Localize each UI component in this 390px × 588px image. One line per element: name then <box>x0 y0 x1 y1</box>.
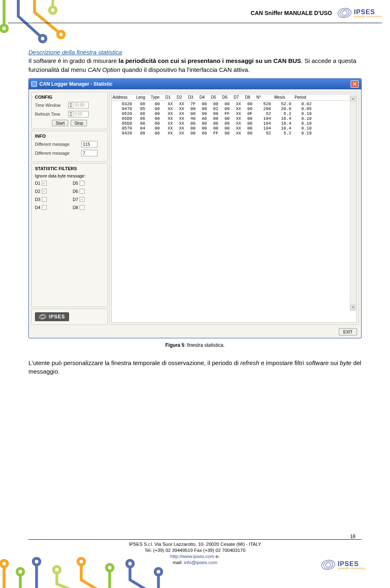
filter-checkbox[interactable]: ✓ <box>42 181 47 186</box>
filter-d8: D8 <box>73 205 104 210</box>
diff-msg-value-2 <box>81 150 98 156</box>
filter-checkbox[interactable] <box>42 197 47 202</box>
main-area: AddressLengTypeD1D2D3D4D5D6D7D8N°Mes/sPe… <box>109 92 359 325</box>
config-title: CONFIG <box>35 95 104 99</box>
footer-line2: Tel. (+39) 02 39449519 Fax (+39) 02 7004… <box>0 547 390 553</box>
titlebar: CAN Logger Manager - Statistic ✕ <box>29 79 361 89</box>
table-row[interactable]: 05700400XXXX00000000XX0010410.40.10 <box>112 126 356 131</box>
section-heading: Descrizione della finestra statistica <box>28 49 362 56</box>
ipses-badge: IPSES <box>35 312 69 321</box>
table-body: 03200800XXXX7F000000XX0052052.00.0204700… <box>112 101 356 136</box>
page-header: CAN Sniffer MANUALE D'USO IPSES scientif… <box>0 8 390 18</box>
logo-text: IPSES <box>338 560 359 567</box>
filter-d6: D6 <box>73 189 104 194</box>
sidebar-logo-panel: IPSES <box>31 309 108 325</box>
col-d2: D2 <box>176 94 187 100</box>
col-d3: D3 <box>187 94 199 100</box>
stop-button[interactable]: Stop <box>71 120 87 126</box>
footer-logo: IPSES scientific electronics <box>321 560 366 570</box>
close-button[interactable]: ✕ <box>351 80 359 88</box>
col-leng: Leng <box>135 94 150 100</box>
filters-panel: STATISTIC FILTERS Ignore data byte messa… <box>31 163 108 307</box>
filters-title: STATISTIC FILTERS <box>35 166 104 171</box>
col-d1: D1 <box>165 94 176 100</box>
table-row[interactable]: 03200800XXXX7F000000XX0052052.00.02 <box>112 102 356 106</box>
time-window-input[interactable] <box>74 102 88 108</box>
filter-checkbox[interactable] <box>80 189 84 194</box>
time-window-spinner[interactable]: ▲▼ <box>68 102 89 108</box>
col-address: Address <box>112 94 135 100</box>
scroll-up-icon[interactable]: ▴ <box>350 96 355 102</box>
refresh-label: Refresh Time <box>35 112 67 117</box>
page-number: 18 <box>350 534 355 539</box>
table-header: AddressLengTypeD1D2D3D4D5D6D7D8N°Mes/sPe… <box>112 94 356 101</box>
figure-caption: Figura 5: finestra statistica. <box>28 342 362 348</box>
svg-point-1 <box>39 35 46 42</box>
spinner-down-icon[interactable]: ▼ <box>69 114 73 117</box>
paragraph-1: Il software è in grado di misurare la pe… <box>28 56 362 74</box>
table-row[interactable]: 05D00600XXXX40A00000XX0010410.40.10 <box>112 116 356 121</box>
filter-label: D3 <box>35 197 40 202</box>
footer-url: http://www.ipses.com <box>170 554 214 559</box>
badge-mark-icon <box>39 313 47 320</box>
col-d4: D4 <box>199 94 210 100</box>
filter-label: D5 <box>73 181 78 186</box>
filters-sub: Ignore data byte message: <box>35 173 104 178</box>
filter-checkbox[interactable] <box>42 205 47 210</box>
table-row[interactable]: 04200800XXXX0000FF00XX00525.20.19 <box>112 131 356 136</box>
badge-text: IPSES <box>49 314 65 320</box>
scrollbar[interactable]: ▴ ▾ <box>350 95 356 311</box>
spinner-down-icon[interactable]: ▼ <box>69 105 73 108</box>
refresh-spinner[interactable]: ▲▼ <box>68 111 89 117</box>
logo: IPSES scientific electronics <box>338 8 382 18</box>
col-mes/s: Mes/s <box>273 94 294 100</box>
scroll-down-icon[interactable]: ▾ <box>350 305 355 310</box>
doc-title: CAN Sniffer MANUALE D'USO <box>251 10 332 16</box>
window-icon <box>31 81 37 87</box>
exit-button[interactable]: EXIT <box>339 328 357 335</box>
footer-email: info@ipses.com <box>184 560 217 565</box>
svg-point-2 <box>58 31 64 38</box>
svg-point-0 <box>1 25 7 32</box>
filter-checkbox[interactable] <box>80 205 84 210</box>
filter-d5: D5 <box>73 181 104 186</box>
filter-checkbox[interactable] <box>80 181 84 186</box>
logo-mark-icon <box>321 559 336 571</box>
col-d7: D7 <box>233 94 244 100</box>
filter-label: D6 <box>73 189 78 194</box>
filter-checkbox[interactable]: ✓ <box>80 197 84 202</box>
diff-msg-value-1 <box>81 141 98 147</box>
svg-point-7 <box>54 566 60 573</box>
svg-point-11 <box>155 569 162 575</box>
col-type: Type <box>150 94 165 100</box>
time-window-label: Time Window <box>35 103 67 108</box>
filter-label: D4 <box>35 205 40 210</box>
table-row[interactable]: 05D80800XXXX00000000XX0010410.40.10 <box>112 121 356 126</box>
filter-label: D8 <box>73 205 78 210</box>
decoration-top-left <box>0 0 85 49</box>
app-window: CAN Logger Manager - Statistic ✕ CONFIG … <box>28 78 362 338</box>
start-button[interactable]: Start <box>52 120 68 126</box>
footer-rule <box>28 539 362 540</box>
refresh-input[interactable] <box>74 111 88 117</box>
filter-d1: D1 ✓ <box>35 181 66 186</box>
window-title: CAN Logger Manager - Statistic <box>39 81 113 87</box>
filter-d4: D4 <box>35 205 66 210</box>
table-row[interactable]: 04700500XXXX00000200XX0020820.80.05 <box>112 106 356 111</box>
filter-label: D2 <box>35 189 40 194</box>
svg-point-5 <box>17 569 24 575</box>
spinner-up-icon[interactable]: ▲ <box>69 102 73 105</box>
info-title: INFO <box>35 134 104 138</box>
diff-msg-label-2: Different message <box>35 151 80 156</box>
logo-mark-icon <box>337 7 352 19</box>
diff-msg-label-1: Different message <box>35 142 80 147</box>
col-period: Period <box>294 94 314 100</box>
filter-checkbox[interactable]: ✓ <box>42 189 47 194</box>
close-icon: ✕ <box>353 82 357 86</box>
paragraph-2: L'utente può personalizzare la finestra … <box>28 359 362 376</box>
filter-d7: D7 ✓ <box>73 197 104 202</box>
header-rule <box>8 23 382 23</box>
table-row[interactable]: 05200800XXXX000080FFXX0F525.20.19 <box>112 111 356 116</box>
spinner-up-icon[interactable]: ▲ <box>69 111 73 114</box>
filter-d2: D2 ✓ <box>35 189 66 194</box>
